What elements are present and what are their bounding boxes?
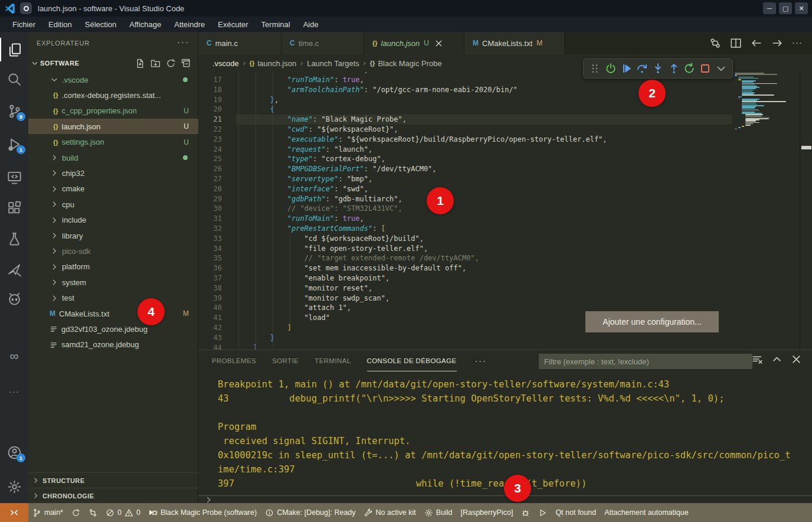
plane-wrench-icon[interactable] [0,257,28,281]
debug-filter-input[interactable] [539,354,752,369]
status-item-cmake-debug-ready[interactable]: CMake: [Debug]: Ready [261,508,359,517]
tree-item-library[interactable]: library [28,228,198,243]
source-control-icon[interactable]: 9 [0,99,28,123]
status-item-compare[interactable] [84,508,102,517]
close-button[interactable]: ✕ [795,2,808,14]
status-item-sync[interactable] [67,508,84,517]
run-debug-icon[interactable]: 1 [0,132,28,156]
gear-icon[interactable] [0,475,28,498]
tree-item-cmake[interactable]: cmake [28,181,198,197]
sidebar-more-icon[interactable]: ··· [177,37,189,47]
menu-item-terminal[interactable]: Terminal [255,20,297,29]
status-item-problems[interactable]: 00 [102,508,145,517]
tab-main-c[interactable]: Cmain.c [198,32,281,54]
tree-item-test[interactable]: test [28,291,198,306]
breadcrumb-item[interactable]: .vscode [212,59,239,68]
tab-launch-json[interactable]: {}launch.jsonU [364,32,464,54]
tree-item-c-cpp-properties-json[interactable]: {}c_cpp_properties.jsonU [28,103,198,119]
breadcrumb-item[interactable]: launch.json [257,59,296,68]
menu-item-sélection[interactable]: Sélection [78,20,123,29]
tab-time-c[interactable]: Ctime.c [281,32,364,54]
tree-item-cpu[interactable]: cpu [28,197,198,212]
new-folder-icon[interactable] [150,58,161,68]
beaker-icon[interactable] [0,227,28,250]
continue-icon[interactable] [621,63,633,74]
tree-item-include[interactable]: include [28,213,198,228]
more-icon[interactable]: ··· [792,37,804,49]
status-item-attachement-automatique[interactable]: Attachement automatique [600,508,692,517]
add-configuration-button[interactable]: Ajouter une configuration... [585,311,719,332]
tree-item-build[interactable]: build [28,150,198,165]
status-item-play[interactable] [534,508,551,517]
panel-tab-terminal[interactable]: TERMINAL [315,350,351,371]
status-item-no-active-kit[interactable]: No active kit [360,508,420,517]
tab-cmakelists-txt[interactable]: MCMakeLists.txtM [464,32,565,54]
step-out-icon[interactable] [668,63,680,74]
tree-item-pico-sdk[interactable]: pico-sdk [28,243,198,259]
minimap[interactable] [732,72,800,350]
ellipsis-icon[interactable]: ··· [0,379,28,403]
clear-console-icon[interactable] [752,354,763,365]
menu-item-affichage[interactable]: Affichage [123,20,168,29]
debug-console-input[interactable] [198,495,812,504]
status-item-build[interactable]: Build [420,508,457,517]
breadcrumb-item[interactable]: Black Magic Probe [378,59,441,68]
arrow-left-icon[interactable] [751,37,762,49]
status-item--raspberrypico-[interactable]: [RaspberryPico] [456,508,517,517]
restart-icon[interactable] [683,63,695,74]
menu-item-atteindre[interactable]: Atteindre [168,20,211,29]
account-icon[interactable]: 1 [0,441,28,464]
menu-item-aide[interactable]: Aide [297,20,325,29]
status-item-bug[interactable] [517,508,534,517]
collapse-all-icon[interactable] [181,58,191,68]
menu-item-fichier[interactable]: Fichier [6,20,42,29]
panel-tab-console-de-d-bogage[interactable]: CONSOLE DE DÉBOGAGE [367,350,457,371]
section-header-chronologie[interactable]: CHRONOLOGIE [28,488,198,503]
section-header-software[interactable]: SOFTWARE [28,56,198,71]
refresh-icon[interactable] [166,58,176,68]
panel-more-icon[interactable]: ··· [475,356,487,366]
editor-scrollbar[interactable] [800,72,812,350]
tree-item-settings-json[interactable]: {}settings.jsonU [28,135,198,150]
tree-item--cortex-debug-registers-stat-[interactable]: {}.cortex-debug.registers.stat... [28,87,198,103]
split-editor-icon[interactable] [730,37,742,49]
remote-indicator[interactable] [0,503,28,522]
close-icon[interactable] [791,354,802,365]
tree-item-launch-json[interactable]: {}launch.jsonU [28,119,198,134]
chevron-up-icon[interactable] [771,354,782,365]
search-icon[interactable] [0,67,28,91]
tree-item-samd21-ozone-jdebug[interactable]: samd21_ozone.jdebug [28,337,198,353]
status-item-main-[interactable]: main* [28,508,67,517]
tree-item-chip32[interactable]: chip32 [28,165,198,181]
tree-item-system[interactable]: system [28,275,198,290]
alien-icon[interactable] [0,287,28,311]
arrow-right-icon[interactable] [771,37,783,49]
menu-item-edition[interactable]: Edition [42,20,78,29]
status-item-qt-not-found[interactable]: Qt not found [551,508,600,517]
chevron-down-icon[interactable] [715,63,727,74]
tree-item--vscode[interactable]: .vscode [28,72,198,87]
open-changes-icon[interactable] [709,37,721,49]
power-icon[interactable] [605,63,617,74]
tree-item-cmakelists-txt[interactable]: MCMakeLists.txtM [28,306,198,321]
close-icon[interactable] [434,39,443,48]
minimize-button[interactable]: ─ [763,2,776,14]
maximize-button[interactable]: ▢ [779,2,792,14]
extensions-icon[interactable] [0,196,28,220]
grip-icon[interactable] [589,63,601,74]
status-item-black-magic-probe-software-[interactable]: Black Magic Probe (software) [145,508,261,517]
new-file-icon[interactable] [135,58,145,68]
panel-tab-sortie[interactable]: SORTIE [272,350,299,371]
stop-icon[interactable] [699,63,711,74]
tree-item-platform[interactable]: platform [28,259,198,275]
code-editor[interactable]: 16 "interface": "swd",17 "runToMain": tr… [198,72,812,350]
remote-explorer-icon[interactable] [0,165,28,189]
breadcrumb-item[interactable]: Launch Targets [307,59,359,68]
step-into-icon[interactable] [652,63,664,74]
step-over-icon[interactable] [636,63,648,74]
tree-item-gd32vf103-ozone-jdebug[interactable]: gd32vf103_ozone.jdebug [28,321,198,337]
section-header-structure[interactable]: STRUCTURE [28,472,198,488]
panel-tab-probl-mes[interactable]: PROBLÈMES [212,350,256,371]
menu-item-exécuter[interactable]: Exécuter [211,20,254,29]
infinity-icon[interactable]: ∞ [0,344,28,367]
